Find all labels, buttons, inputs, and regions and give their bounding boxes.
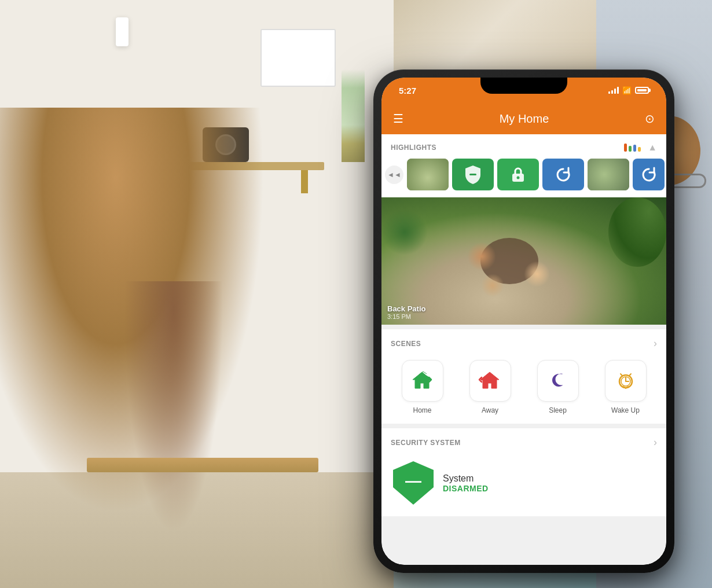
wakeup-scene-icon — [614, 369, 638, 392]
carousel-item-refresh-2[interactable] — [633, 159, 665, 190]
menu-icon[interactable]: ☰ — [393, 112, 403, 126]
security-system-label: System — [443, 473, 489, 484]
scene-item-wakeup[interactable]: Wake Up — [594, 360, 657, 414]
status-time: 5:27 — [399, 86, 416, 95]
battery-fill — [637, 89, 647, 91]
carousel-items-list — [407, 159, 666, 190]
shelf-vase — [342, 69, 365, 162]
phone-inner: 5:27 📶 — [381, 78, 666, 565]
security-header: SECURITY SYSTEM › — [381, 428, 666, 454]
color-bars-icon — [624, 144, 641, 152]
app-content[interactable]: HIGHLIGHTS ▲ — [381, 134, 666, 565]
collapse-icon[interactable]: ▲ — [648, 142, 657, 153]
wifi-icon: 📶 — [622, 86, 632, 95]
scene-item-away[interactable]: Away — [458, 360, 522, 414]
security-status-badge: DISARMED — [443, 484, 489, 493]
signal-bar-2 — [611, 90, 613, 94]
color-bar-blue — [633, 145, 636, 152]
desk-table — [87, 458, 318, 472]
carousel-item-photo-2[interactable] — [588, 159, 629, 190]
highlights-header-right: ▲ — [624, 142, 657, 153]
scene-icon-home[interactable] — [402, 360, 443, 402]
scene-icon-wakeup[interactable] — [605, 360, 647, 402]
back-arrows-icon: ◄◄ — [387, 171, 401, 179]
signal-bar-1 — [608, 91, 610, 94]
signal-bars-icon — [608, 87, 619, 94]
carousel-item-refresh-1[interactable] — [542, 159, 584, 190]
carousel-item-photo-1[interactable] — [407, 159, 449, 190]
shield-minus-icon: — — [405, 472, 421, 490]
color-bar-orange — [624, 144, 627, 152]
silhouette-child — [116, 281, 232, 571]
wall-sensor — [116, 17, 129, 46]
highlights-header: HIGHLIGHTS ▲ — [381, 134, 666, 159]
security-arrow-icon[interactable]: › — [654, 436, 657, 449]
sleep-scene-icon — [546, 369, 570, 392]
refresh-icon-1 — [555, 167, 571, 183]
wall-frame — [260, 29, 336, 87]
phone-outer-shell: 5:27 📶 — [373, 69, 674, 573]
shelf-bracket-right — [301, 170, 308, 193]
camera-overlay: Back Patio 3:15 PM — [387, 304, 425, 320]
scenes-title: SCENES — [391, 340, 421, 348]
phone-device: 5:27 📶 — [373, 69, 674, 573]
security-title: SECURITY SYSTEM — [391, 439, 461, 447]
shield-icon — [464, 165, 482, 185]
scenes-arrow-icon[interactable]: › — [654, 337, 657, 350]
security-text-area: System DISARMED — [443, 473, 489, 493]
security-section: SECURITY SYSTEM › — System DISA — [381, 428, 666, 516]
camera-time-label: 3:15 PM — [387, 313, 425, 320]
color-bar-yellow — [638, 147, 641, 152]
signal-bar-3 — [614, 89, 616, 94]
highlights-title: HIGHLIGHTS — [391, 144, 436, 152]
camera-large-view[interactable]: Back Patio 3:15 PM — [381, 197, 666, 325]
scene-label-home: Home — [413, 406, 431, 414]
refresh-icon-2 — [641, 167, 657, 183]
scene-label-sleep: Sleep — [549, 406, 567, 414]
security-shield-icon[interactable]: — — [393, 461, 434, 505]
away-scene-icon — [478, 369, 502, 392]
signal-bar-4 — [617, 87, 619, 94]
camera-location-label: Back Patio — [387, 304, 425, 313]
scene-item-sleep[interactable]: Sleep — [526, 360, 589, 414]
security-row: — System DISARMED — [381, 454, 666, 516]
shield-shape: — — [393, 461, 434, 505]
svg-point-2 — [517, 176, 520, 179]
app-header: ☰ My Home ⊙ — [381, 103, 666, 134]
scene-label-away: Away — [482, 406, 498, 414]
scene-icon-sleep[interactable] — [537, 360, 579, 402]
carousel-item-security[interactable] — [452, 159, 494, 190]
bg-family-area — [0, 0, 394, 588]
scene-icon-away[interactable] — [469, 360, 511, 402]
header-title: My Home — [500, 112, 549, 126]
phone-screen: 5:27 📶 — [381, 78, 666, 565]
scenes-header: SCENES › — [381, 329, 666, 355]
lock-icon — [510, 166, 526, 184]
home-scene-icon — [410, 369, 435, 392]
battery-icon — [635, 87, 649, 94]
carousel-item-lock[interactable] — [497, 159, 539, 190]
highlights-section: HIGHLIGHTS ▲ — [381, 134, 666, 325]
carousel-back-button[interactable]: ◄◄ — [385, 166, 403, 184]
scene-label-wakeup: Wake Up — [611, 406, 640, 414]
scenes-section: SCENES › — [381, 329, 666, 424]
svg-rect-0 — [469, 174, 476, 175]
settings-icon[interactable]: ⊙ — [645, 112, 655, 126]
highlights-carousel[interactable]: ◄◄ — [381, 159, 666, 197]
scene-item-home[interactable]: Home — [391, 360, 454, 414]
status-icons: 📶 — [608, 86, 649, 95]
scenes-grid: Home — [381, 355, 666, 424]
color-bar-green — [629, 146, 632, 152]
phone-notch — [480, 78, 567, 94]
